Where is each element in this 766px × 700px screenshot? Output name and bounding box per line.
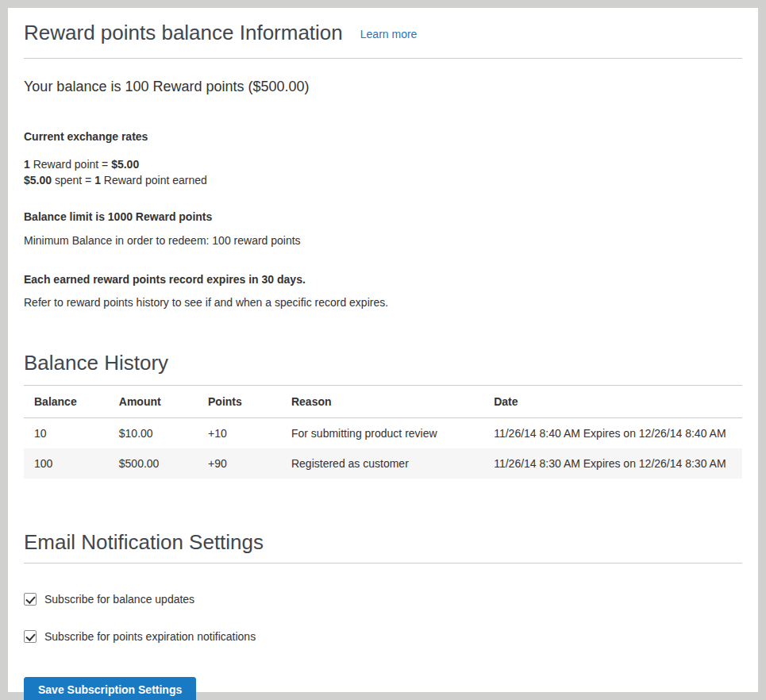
rate-value: 1 [24,158,30,171]
balance-limit-text: Balance limit is 1000 Reward points [24,209,742,225]
subscribe-expiration-notifications-checkbox[interactable] [24,630,37,643]
minimum-redeem-text: Minimum Balance in order to redeem: 100 … [24,233,742,248]
rate-text: Reward point = [30,158,111,171]
cell-reason: Registered as customer [281,448,483,479]
cell-points: +10 [198,418,281,449]
subscribe-balance-updates-row[interactable]: Subscribe for balance updates [24,593,742,606]
table-header-row: Balance Amount Points Reason Date [24,386,742,418]
rate-text: spent = [52,174,94,187]
column-header-balance: Balance [24,386,109,418]
balance-summary: Your balance is 100 Reward points ($500.… [24,78,742,95]
cell-balance: 10 [24,418,109,449]
cell-balance: 100 [24,448,109,479]
cell-date: 11/26/14 8:30 AM Expires on 12/26/14 8:3… [483,448,742,479]
rate-value: $5.00 [24,174,52,187]
balance-history-heading: Balance History [24,350,742,375]
page-title: Reward points balance Information [24,19,343,46]
exchange-rate-line-1: 1 Reward point = $5.00 [24,156,742,172]
rate-value: $5.00 [111,158,139,171]
table-row: 100 $500.00 +90 Registered as customer 1… [24,448,742,479]
column-header-reason: Reason [281,386,483,418]
page-header: Reward points balance Information Learn … [24,19,742,59]
cell-date: 11/26/14 8:40 AM Expires on 12/26/14 8:4… [483,418,742,449]
reward-points-panel: Reward points balance Information Learn … [8,8,758,692]
balance-history-table: Balance Amount Points Reason Date 10 $10… [24,385,742,479]
column-header-amount: Amount [109,386,198,418]
checkbox-label: Subscribe for balance updates [44,593,194,606]
expiry-heading: Each earned reward points record expires… [24,271,742,287]
rate-value: 1 [94,174,101,187]
column-header-date: Date [483,386,742,418]
cell-reason: For submitting product review [281,418,483,449]
email-settings-heading: Email Notification Settings [24,529,742,563]
checkbox-label: Subscribe for points expiration notifica… [44,630,256,643]
subscribe-balance-updates-checkbox[interactable] [24,593,37,606]
exchange-rates-block: 1 Reward point = $5.00 $5.00 spent = 1 R… [24,156,742,188]
rate-text: Reward point earned [101,174,207,187]
cell-amount: $10.00 [109,418,198,449]
learn-more-link[interactable]: Learn more [360,28,418,40]
cell-points: +90 [198,448,281,479]
column-header-points: Points [198,386,281,418]
table-row: 10 $10.00 +10 For submitting product rev… [24,418,742,449]
subscribe-expiration-notifications-row[interactable]: Subscribe for points expiration notifica… [24,630,742,643]
exchange-rates-heading: Current exchange rates [24,129,742,144]
cell-amount: $500.00 [109,448,198,479]
exchange-rate-line-2: $5.00 spent = 1 Reward point earned [24,172,742,188]
save-subscription-settings-button[interactable]: Save Subscription Settings [24,677,196,700]
expiry-note: Refer to reward points history to see if… [24,294,742,310]
